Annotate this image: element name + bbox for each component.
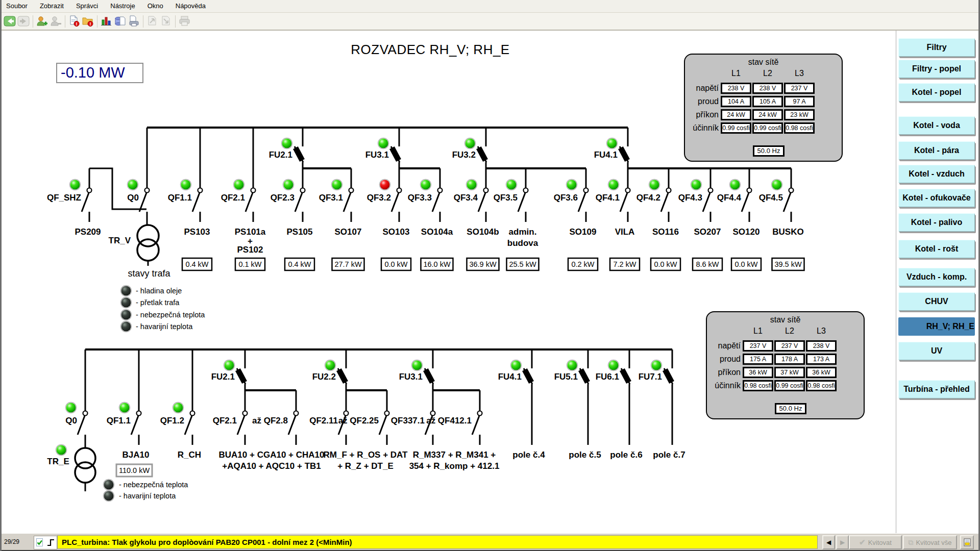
database-doc-icon[interactable]: [113, 14, 127, 28]
fuse-FU2.1[interactable]: FU2.1: [269, 128, 305, 162]
breaker-až QF412.1[interactable]: až QF412.1: [426, 390, 482, 445]
net-row-label: napětí: [685, 84, 719, 93]
phase-label: L3: [795, 69, 804, 78]
breaker-QF2.1[interactable]: QF2.1: [213, 390, 248, 445]
fuse-FU4.1[interactable]: FU4.1: [594, 128, 630, 162]
fuse-FU2.1[interactable]: FU2.1: [211, 349, 247, 384]
toolbar-separator: [97, 15, 97, 28]
net-value-příkon-L1: 24 kW: [721, 109, 751, 120]
breaker-QF2.1[interactable]: QF2.1: [221, 128, 256, 222]
menu-npovda[interactable]: Nápověda: [169, 0, 212, 10]
net-row-label: účinník: [707, 381, 741, 390]
fuse-FU6.1[interactable]: FU6.1: [596, 349, 631, 384]
breaker-QF3.4[interactable]: QF3.4: [454, 168, 488, 222]
sidebar-button-kotel-ro-t[interactable]: Kotel - rošt: [898, 240, 975, 258]
bar-chart-icon[interactable]: [100, 14, 113, 28]
sidebar-button-kotel-popel[interactable]: Kotel - popel: [898, 83, 975, 102]
breaker-QF4.1[interactable]: QF4.1: [596, 168, 630, 222]
sidebar-button-vzduch-komp-[interactable]: Vzduch - komp.: [898, 268, 975, 286]
breaker-Q0[interactable]: Q0: [127, 128, 149, 222]
phase-label: L3: [817, 327, 826, 336]
alarm-edge-icon: [47, 538, 55, 547]
svg-text:VILA: VILA: [615, 227, 635, 237]
sidebar-button-uv[interactable]: UV: [898, 342, 975, 360]
alarm-prev-button[interactable]: ◀: [822, 535, 835, 549]
breaker-QF3.5[interactable]: QF3.5: [494, 168, 528, 222]
user-add-icon[interactable]: [35, 14, 49, 28]
svg-text:QF2.3: QF2.3: [271, 193, 295, 203]
sidebar-button-kotel-ofukova-e[interactable]: Kotel - ofukovače: [898, 189, 975, 207]
breaker-QF2.3[interactable]: QF2.3: [271, 168, 305, 222]
breaker-QF1.1[interactable]: QF1.1: [107, 349, 141, 445]
led-green: [325, 360, 336, 371]
breaker-QF_SHZ[interactable]: QF_SHZ: [47, 168, 92, 222]
svg-text:0.1 kW: 0.1 kW: [238, 260, 261, 268]
led-off: [104, 491, 114, 502]
breaker-QF4.5[interactable]: QF4.5: [759, 168, 794, 222]
svg-text:SO103: SO103: [383, 227, 410, 237]
svg-text:R_CH: R_CH: [178, 450, 201, 460]
alarm-message[interactable]: PLC_turbina: Tlak glykolu pro doplòování…: [57, 535, 818, 549]
breaker-QF4.2[interactable]: QF4.2: [636, 168, 671, 222]
breaker-QF1.1[interactable]: QF1.1: [168, 128, 203, 222]
alarm-log-button[interactable]: [960, 535, 974, 549]
led-green: [412, 360, 423, 371]
fuse-FU7.1[interactable]: FU7.1: [639, 349, 674, 384]
fuse-FU3.1[interactable]: FU3.1: [399, 349, 435, 384]
breaker-QF4.3[interactable]: QF4.3: [678, 168, 713, 222]
svg-text:BUA10 + CGA10 + CHA10: BUA10 + CGA10 + CHA10: [219, 450, 325, 460]
svg-text:FU5.1: FU5.1: [554, 372, 578, 382]
menu-okno[interactable]: Okno: [141, 0, 169, 10]
menu-nstroje[interactable]: Nástroje: [104, 0, 141, 10]
alarm-status-iconbox: [34, 536, 57, 549]
acknowledge-button[interactable]: ✔ Kvitovat: [849, 535, 902, 549]
breaker-Q0[interactable]: Q0: [65, 349, 87, 445]
led-green: [467, 180, 477, 190]
svg-text:QF3.6: QF3.6: [554, 193, 578, 203]
svg-text:27.7 kW: 27.7 kW: [334, 260, 361, 268]
fuse-FU5.1[interactable]: FU5.1: [554, 349, 590, 384]
breaker-QF1.2[interactable]: QF1.2: [160, 349, 195, 445]
menu-zobrazit[interactable]: Zobrazit: [34, 0, 70, 10]
print-doc-icon[interactable]: [127, 14, 141, 28]
svg-text:QF3.2: QF3.2: [367, 193, 391, 203]
breaker-QF3.1[interactable]: QF3.1: [319, 168, 354, 222]
breaker-QF3.3[interactable]: QF3.3: [408, 168, 443, 222]
back-icon[interactable]: [3, 14, 17, 28]
svg-text:až QF2.25: až QF2.25: [338, 416, 379, 425]
sidebar-button-turb-na-p-ehled[interactable]: Turbína - přehled: [898, 380, 975, 398]
transformer-TR_E[interactable]: TR_E: [47, 445, 95, 492]
transformer-TR_V[interactable]: TR_V: [109, 225, 159, 266]
sidebar-button-filtry[interactable]: Filtry: [898, 38, 975, 57]
led-green: [649, 180, 660, 190]
svg-text:QF4.3: QF4.3: [678, 193, 702, 203]
doc-alert-icon[interactable]: !: [67, 14, 81, 28]
alarm-next-button[interactable]: ▶: [836, 535, 849, 549]
svg-text:admin.: admin.: [509, 227, 537, 237]
net-frequency: 50.0 Hz: [753, 145, 785, 157]
breaker-QF3.6[interactable]: QF3.6: [554, 168, 589, 222]
breaker-QF3.2[interactable]: QF3.2: [367, 168, 402, 222]
folder-alert-icon[interactable]: !: [81, 14, 95, 28]
sidebar-button-kotel-palivo[interactable]: Kotel - palivo: [898, 213, 975, 232]
menu-sprvci[interactable]: Správci: [70, 0, 104, 10]
fuse-FU2.2[interactable]: FU2.2: [312, 349, 348, 384]
fuse-FU3.2[interactable]: FU3.2: [452, 128, 488, 162]
acknowledge-all-button[interactable]: ⧉ Kvitovat vše: [903, 535, 957, 549]
sidebar-button-kotel-vzduch[interactable]: Kotel - vzduch: [898, 165, 975, 183]
menu-soubor[interactable]: Soubor: [0, 0, 34, 10]
fuse-FU3.1[interactable]: FU3.1: [365, 128, 401, 162]
sidebar-button-filtry-popel[interactable]: Filtry - popel: [898, 60, 975, 78]
led-green: [173, 403, 184, 413]
svg-text:PS105: PS105: [286, 227, 312, 237]
fuse-FU4.1[interactable]: FU4.1: [498, 349, 534, 384]
sidebar-button-kotel-p-ra[interactable]: Kotel - pára: [898, 141, 975, 160]
breaker-QF4.4[interactable]: QF4.4: [717, 168, 752, 222]
forward-icon[interactable]: [17, 14, 31, 28]
breaker-až QF2.8[interactable]: až QF2.8: [252, 390, 298, 445]
sidebar-button-chuv[interactable]: CHUV: [898, 292, 975, 311]
sidebar-button-kotel-voda[interactable]: Kotel - voda: [898, 116, 975, 135]
svg-text:39.5 kW: 39.5 kW: [774, 260, 801, 268]
sidebar-button-rh-v-rh-e[interactable]: RH_V; RH_E: [898, 317, 975, 336]
status-bar: 29/29 PLC_turbina: Tlak glykolu pro dopl…: [0, 533, 980, 550]
